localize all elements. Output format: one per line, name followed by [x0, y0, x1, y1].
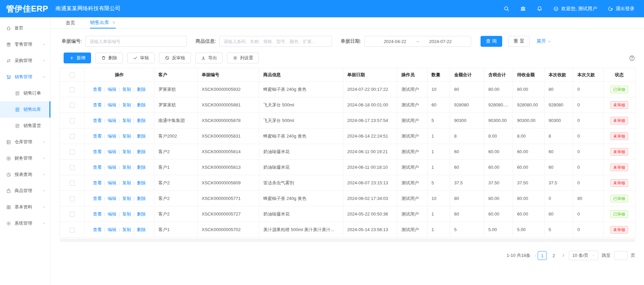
row-action-view[interactable]: 查看: [93, 165, 102, 170]
jump-page-input[interactable]: [614, 251, 627, 260]
row-action-delete[interactable]: 删除: [137, 165, 146, 170]
row-action-delete[interactable]: 删除: [137, 211, 146, 217]
sidebar-item-sales[interactable]: 销售管理: [0, 69, 50, 85]
row-checkbox[interactable]: [70, 118, 75, 123]
row-action-copy[interactable]: 复制: [122, 227, 131, 232]
row-checkbox[interactable]: [70, 181, 75, 186]
user-welcome[interactable]: 欢迎您, 测试用户: [553, 6, 597, 12]
column-settings-button[interactable]: 列设置: [227, 53, 259, 63]
sidebar-item-finance[interactable]: 财务管理: [0, 150, 50, 166]
unaudit-button[interactable]: 反审核: [159, 53, 191, 63]
platform-icon[interactable]: [520, 6, 526, 12]
tab-home[interactable]: 首页: [66, 17, 75, 28]
row-action-view[interactable]: 查看: [93, 134, 102, 139]
sidebar-item-report[interactable]: 报表查询: [0, 166, 50, 183]
sidebar-item-label: 首页: [15, 25, 23, 31]
cell-product: 蜂蜜柚子茶 240g 黄色: [259, 191, 343, 206]
close-icon[interactable]: [112, 21, 116, 24]
date-end[interactable]: 2024-07-22: [429, 39, 452, 44]
row-action-view[interactable]: 查看: [93, 227, 102, 232]
row-action-edit[interactable]: 编辑: [108, 196, 116, 201]
row-checkbox[interactable]: [70, 103, 75, 108]
row-action-delete[interactable]: 删除: [137, 102, 146, 107]
sidebar-item-purchase[interactable]: 采购管理: [0, 53, 50, 69]
row-checkbox[interactable]: [70, 149, 75, 155]
row-checkbox[interactable]: [70, 134, 75, 139]
table-row: 查看|编辑|复制|删除罗莱家纺XSCK00000005881飞天茅台 500ml…: [60, 97, 636, 113]
row-action-view[interactable]: 查看: [93, 87, 102, 92]
product-input[interactable]: [219, 36, 332, 47]
horizontal-scrollbar[interactable]: [60, 239, 635, 242]
prev-page-icon[interactable]: [534, 253, 538, 258]
date-range-picker[interactable]: 2024-04-22 ~ 2024-07-22: [364, 36, 471, 47]
select-all-checkbox[interactable]: [70, 73, 75, 78]
row-action-edit[interactable]: 编辑: [108, 149, 116, 154]
bill-no-input[interactable]: [85, 36, 187, 47]
sidebar-item-base-data[interactable]: 基本资料: [0, 199, 50, 215]
row-action-view[interactable]: 查看: [93, 118, 102, 123]
row-action-edit[interactable]: 编辑: [108, 227, 116, 232]
row-action-edit[interactable]: 编辑: [108, 134, 116, 139]
sidebar-item-retail[interactable]: 零售管理: [0, 36, 50, 53]
row-checkbox[interactable]: [70, 212, 75, 217]
sidebar-item-warehouse[interactable]: 仓库管理: [0, 134, 50, 150]
row-action-delete[interactable]: 删除: [137, 87, 146, 92]
row-action-copy[interactable]: 复制: [122, 87, 131, 92]
row-checkbox[interactable]: [70, 165, 75, 170]
row-action-copy[interactable]: 复制: [122, 196, 131, 201]
row-action-view[interactable]: 查看: [93, 180, 102, 185]
cell-actions: 查看|编辑|复制|删除: [85, 82, 154, 97]
row-action-copy[interactable]: 复制: [122, 211, 131, 217]
row-action-delete[interactable]: 删除: [137, 118, 146, 123]
row-action-view[interactable]: 查看: [93, 196, 102, 201]
delete-button[interactable]: 删除: [95, 53, 123, 63]
expand-link[interactable]: 展开: [536, 38, 551, 44]
page-size-select[interactable]: 10 条/页: [569, 251, 598, 260]
help-icon[interactable]: [629, 55, 635, 61]
sidebar-item-sales-outbound[interactable]: 销售出库: [0, 101, 50, 118]
page-number-1[interactable]: 1: [538, 251, 547, 260]
row-action-view[interactable]: 查看: [93, 102, 102, 107]
export-button[interactable]: 导出: [195, 53, 223, 63]
row-action-delete[interactable]: 删除: [137, 196, 146, 201]
cell-amount: 80: [450, 191, 484, 206]
date-start[interactable]: 2024-04-22: [384, 39, 406, 44]
row-action-edit[interactable]: 编辑: [108, 165, 116, 170]
next-page-icon[interactable]: [561, 253, 565, 258]
search-button[interactable]: 查 询: [481, 36, 502, 47]
row-action-edit[interactable]: 编辑: [108, 180, 116, 185]
sidebar-item-sales-return[interactable]: 销售退货: [0, 118, 50, 134]
row-action-edit[interactable]: 编辑: [108, 102, 116, 107]
search-icon[interactable]: [504, 6, 509, 12]
logout-button[interactable]: 退出登录: [608, 6, 635, 12]
row-action-edit[interactable]: 编辑: [108, 211, 116, 217]
row-action-edit[interactable]: 编辑: [108, 118, 116, 123]
row-checkbox[interactable]: [70, 87, 75, 92]
row-action-view[interactable]: 查看: [93, 149, 102, 154]
audit-button[interactable]: 审核: [127, 53, 155, 63]
row-action-delete[interactable]: 删除: [137, 227, 146, 232]
tab-sales-outbound[interactable]: 销售出库: [90, 17, 116, 28]
row-action-copy[interactable]: 复制: [122, 118, 131, 123]
row-action-delete[interactable]: 删除: [137, 134, 146, 139]
bell-icon[interactable]: [537, 6, 542, 12]
row-action-delete[interactable]: 删除: [137, 180, 146, 185]
row-action-edit[interactable]: 编辑: [108, 87, 116, 92]
row-action-copy[interactable]: 复制: [122, 165, 131, 170]
row-action-view[interactable]: 查看: [93, 211, 102, 217]
row-action-copy[interactable]: 复制: [122, 102, 131, 107]
sidebar-item-sales-order[interactable]: 销售订单: [0, 85, 50, 101]
sidebar-item-goods[interactable]: 商品管理: [0, 183, 50, 199]
sidebar-item-home[interactable]: 首页: [0, 20, 50, 36]
add-button[interactable]: 新增: [64, 53, 91, 63]
reset-button[interactable]: 重 置: [508, 36, 530, 47]
row-action-delete[interactable]: 删除: [137, 149, 146, 154]
row-checkbox[interactable]: [70, 196, 75, 201]
table-row: 查看|编辑|复制|删除南通中集集团XSCK00000005878飞天茅台 500…: [60, 113, 636, 128]
sidebar-item-system[interactable]: 系统管理: [0, 215, 50, 231]
row-action-copy[interactable]: 复制: [122, 149, 131, 154]
page-number-2[interactable]: 2: [549, 251, 558, 260]
row-action-copy[interactable]: 复制: [122, 180, 131, 185]
row-action-copy[interactable]: 复制: [122, 134, 131, 139]
row-checkbox[interactable]: [70, 227, 75, 232]
